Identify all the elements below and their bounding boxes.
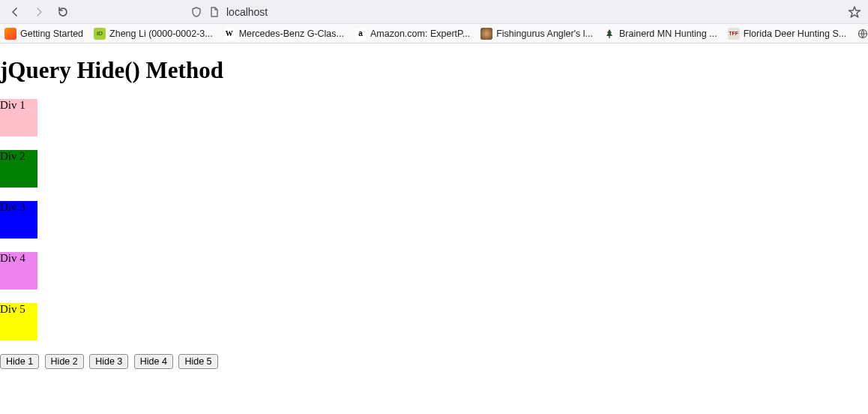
- bookmark-item[interactable]: Brainerd MN Hunting ...: [603, 28, 717, 40]
- bookmark-item[interactable]: iD Zheng Li (0000-0002-3...: [94, 28, 213, 40]
- bookmark-item[interactable]: a Amazon.com: ExpertP...: [355, 28, 470, 40]
- div-box-5: Div 5: [0, 303, 37, 340]
- div-label: Div 2: [0, 150, 25, 162]
- shield-icon: [190, 6, 202, 18]
- bookmark-item[interactable]: Fishingurus Angler's l...: [480, 28, 593, 40]
- page-title: jQuery Hide() Method: [0, 57, 868, 84]
- hide-3-button[interactable]: Hide 3: [89, 354, 128, 369]
- bookmarks-bar: Getting Started iD Zheng Li (0000-0002-3…: [0, 24, 868, 44]
- globe-icon: [857, 28, 868, 40]
- div-box-3: Div 3: [0, 201, 37, 238]
- bookmark-item[interactable]: Getting Started: [4, 28, 83, 40]
- browser-toolbar: localhost: [0, 0, 868, 24]
- favicon-icon: [4, 28, 16, 40]
- div-label: Div 5: [0, 303, 25, 315]
- hide-5-button[interactable]: Hide 5: [178, 354, 217, 369]
- bookmark-label: Florida Deer Hunting S...: [744, 28, 847, 39]
- div-label: Div 3: [0, 201, 25, 213]
- favicon-icon: TFF: [728, 28, 740, 40]
- div-label: Div 4: [0, 252, 25, 264]
- button-row: Hide 1 Hide 2 Hide 3 Hide 4 Hide 5: [0, 354, 868, 369]
- address-bar[interactable]: localhost: [190, 6, 268, 18]
- url-text[interactable]: localhost: [226, 6, 268, 18]
- bookmark-label: Zheng Li (0000-0002-3...: [109, 28, 213, 39]
- bookmark-label: Mercedes-Benz G-Clas...: [239, 28, 344, 39]
- page-icon: [208, 6, 220, 18]
- div-label: Div 1: [0, 99, 25, 111]
- back-button[interactable]: [7, 4, 22, 20]
- bookmark-item[interactable]: TFF Florida Deer Hunting S...: [728, 28, 847, 40]
- bookmark-label: Brainerd MN Hunting ...: [619, 28, 717, 39]
- tree-icon: [603, 28, 615, 40]
- nav-icon-group: [4, 4, 70, 20]
- favicon-icon: iD: [94, 28, 106, 40]
- hide-2-button[interactable]: Hide 2: [45, 354, 84, 369]
- favicon-icon: a: [355, 28, 367, 40]
- bookmark-label: Amazon.com: ExpertP...: [370, 28, 470, 39]
- favicon-icon: [480, 28, 492, 40]
- bookmark-label: Fishingurus Angler's l...: [496, 28, 593, 39]
- forward-button[interactable]: [31, 4, 46, 20]
- div-box-2: Div 2: [0, 150, 37, 188]
- reload-button[interactable]: [55, 4, 70, 20]
- bookmark-item[interactable]: Another res: [857, 28, 868, 40]
- div-box-4: Div 4: [0, 252, 37, 290]
- svg-rect-0: [609, 36, 609, 38]
- favicon-icon: W: [223, 28, 235, 40]
- bookmark-label: Getting Started: [20, 28, 83, 39]
- hide-1-button[interactable]: Hide 1: [0, 354, 39, 369]
- page-content: jQuery Hide() Method Div 1 Div 2 Div 3 D…: [0, 57, 868, 369]
- bookmark-item[interactable]: W Mercedes-Benz G-Clas...: [223, 28, 344, 40]
- bookmark-star-icon[interactable]: [847, 4, 862, 20]
- div-box-1: Div 1: [0, 99, 37, 136]
- hide-4-button[interactable]: Hide 4: [134, 354, 173, 369]
